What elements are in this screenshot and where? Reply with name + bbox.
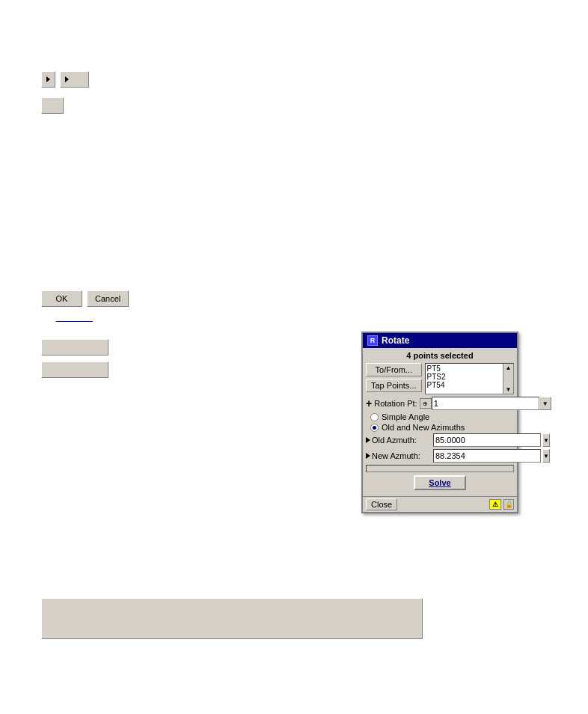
ok-button[interactable]: OK	[41, 290, 82, 307]
scroll-up-arrow[interactable]: ▲	[506, 364, 512, 371]
points-selected-label: 4 points selected	[366, 351, 514, 360]
toolbar-btn2[interactable]	[60, 71, 89, 88]
toolbar-btn3[interactable]	[41, 97, 64, 114]
points-list-scrollbar[interactable]: ▲ ▼	[503, 364, 513, 394]
new-azimuth-input[interactable]	[433, 449, 541, 463]
old-azimuth-expand-arrow[interactable]	[366, 437, 370, 443]
toolbar-row2	[41, 97, 64, 114]
toolbar-btn1[interactable]	[41, 71, 55, 88]
tap-points-button[interactable]: Tap Points...	[366, 379, 422, 392]
old-new-azimuths-label: Old and New Azimuths	[382, 423, 465, 432]
old-azimuth-label: Old Azmuth:	[372, 436, 432, 445]
simple-angle-radio[interactable]	[370, 413, 379, 421]
solve-row: Solve	[366, 475, 514, 490]
progress-bar	[366, 465, 514, 472]
mid-row1: OK Cancel	[41, 290, 129, 307]
solve-button[interactable]: Solve	[414, 475, 465, 490]
new-azimuth-dropdown[interactable]: ▼	[542, 449, 550, 463]
footer-right: ⚠ 🔒	[489, 499, 514, 510]
rotation-pt-input[interactable]	[432, 397, 539, 410]
arrow-icon1	[46, 76, 50, 82]
rotation-input-group: ⊕ ▼	[420, 397, 551, 410]
simple-angle-label: Simple Angle	[382, 412, 429, 421]
dialog-title-icon: R	[367, 335, 378, 346]
toolbar-btn3-label	[48, 101, 57, 110]
new-azimuth-row: New Azmuth: ▼	[366, 449, 514, 463]
old-new-azimuths-row: Old and New Azimuths	[366, 423, 514, 432]
old-azimuth-input[interactable]	[433, 433, 541, 447]
cancel-button[interactable]: Cancel	[87, 290, 129, 307]
rotation-pt-dropdown[interactable]: ▼	[539, 397, 551, 410]
close-button[interactable]: Close	[366, 498, 397, 510]
old-azimuth-row: Old Azmuth: ▼	[366, 433, 514, 447]
plus-icon: +	[366, 397, 372, 409]
pts-item-3: PT54	[427, 381, 512, 389]
rotate-dialog: R Rotate 4 points selected To/From... Ta…	[361, 332, 518, 513]
points-list: PT5 PTS2 PT54 ▲ ▼	[425, 363, 514, 394]
to-from-button[interactable]: To/From...	[366, 363, 422, 376]
scroll-down-arrow[interactable]: ▼	[506, 386, 512, 393]
dialog-titlebar: R Rotate	[363, 333, 517, 348]
simple-angle-row: Simple Angle	[366, 412, 514, 421]
lock-icon: 🔒	[503, 499, 514, 510]
btn-row-tofrom: To/From... Tap Points... PT5 PTS2 PT54 ▲…	[366, 363, 514, 394]
warning-icon: ⚠	[489, 499, 501, 510]
rotation-icon: ⊕	[420, 398, 432, 409]
arrow-icon2	[65, 76, 69, 82]
wide-button-2[interactable]	[41, 361, 108, 378]
pts-item-1: PT5	[427, 364, 512, 373]
status-bar	[41, 598, 423, 639]
old-new-azimuths-radio[interactable]	[370, 424, 379, 432]
wide-button-1[interactable]	[41, 339, 108, 356]
dialog-title: Rotate	[382, 335, 409, 346]
pts-item-2: PTS2	[427, 373, 512, 381]
toolbar-row1	[41, 71, 89, 88]
rotation-pt-row: + Rotation Pt: ⊕ ▼	[366, 397, 514, 410]
old-azimuth-dropdown[interactable]: ▼	[542, 433, 550, 447]
rotation-pt-label: Rotation Pt:	[374, 399, 417, 408]
underline-text: ________	[56, 313, 93, 322]
new-azimuth-expand-arrow[interactable]	[366, 453, 370, 459]
dialog-body: 4 points selected To/From... Tap Points.…	[363, 348, 517, 496]
new-azimuth-label: New Azmuth:	[372, 451, 432, 460]
toolbar-btn2-label	[71, 76, 84, 84]
dialog-footer: Close ⚠ 🔒	[363, 496, 517, 512]
